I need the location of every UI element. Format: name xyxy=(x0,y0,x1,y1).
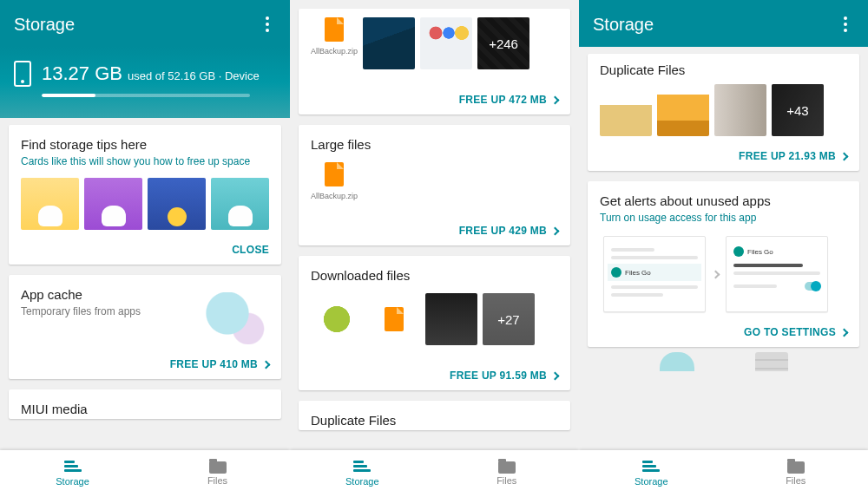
media-thumb[interactable] xyxy=(363,17,415,69)
download-item[interactable]: iPhone X Fluid ... xyxy=(368,293,420,345)
top-free-button[interactable]: FREE UP 472 MB xyxy=(311,85,558,106)
bottom-nav: Storage Files xyxy=(0,450,290,497)
chevron-right-icon xyxy=(712,270,720,278)
toggle-icon xyxy=(805,282,820,291)
tips-card[interactable]: Find storage tips here Cards like this w… xyxy=(9,125,281,265)
file-icon xyxy=(325,17,344,42)
tips-subtitle: Cards like this will show you how to fre… xyxy=(21,155,269,167)
storage-icon xyxy=(642,461,660,474)
storage-usage-panel: 13.27 GB used of 52.16 GB · Device xyxy=(0,47,290,118)
tips-thumb xyxy=(21,178,79,230)
top-files-card[interactable]: AllBackup.zip +246 FREE UP 472 MB xyxy=(299,9,570,114)
appcache-free-button[interactable]: FREE UP 410 MB xyxy=(21,350,269,370)
tips-thumb xyxy=(84,178,142,230)
bottom-nav: Storage Files xyxy=(579,450,868,497)
file-icon xyxy=(325,162,344,186)
bottom-nav: Storage Files xyxy=(290,450,579,497)
duplicate-title: Duplicate Files xyxy=(311,413,558,428)
downloads-free-button[interactable]: FREE UP 91.59 MB xyxy=(311,361,558,382)
chevron-right-icon xyxy=(840,152,849,160)
duplicate-thumb-more[interactable]: +43 xyxy=(772,84,824,136)
chevron-right-icon xyxy=(262,360,271,369)
folder-icon xyxy=(209,461,227,474)
storage-icon xyxy=(353,461,371,474)
downloaded-title: Downloaded files xyxy=(311,268,558,283)
decorative-illustration xyxy=(200,292,269,344)
nav-files[interactable]: Files xyxy=(145,450,290,497)
miui-media-card[interactable]: MIUI media xyxy=(9,389,281,419)
device-icon xyxy=(14,61,31,87)
usage-used: 13.27 GB xyxy=(42,62,122,85)
nav-files[interactable]: Files xyxy=(435,450,580,497)
download-item[interactable] xyxy=(425,293,477,345)
alerts-title: Get alerts about unused apps xyxy=(600,193,847,208)
app-icon xyxy=(733,246,744,257)
app-header: Storage xyxy=(0,0,290,47)
page-title: Storage xyxy=(593,15,654,35)
folder-icon xyxy=(787,461,805,474)
file-icon xyxy=(385,307,404,331)
tips-close-button[interactable]: CLOSE xyxy=(21,235,269,256)
screen-1: Storage 13.27 GB used of 52.16 GB · Devi… xyxy=(0,0,290,497)
app-cache-card[interactable]: App cache Temporary files from apps FREE… xyxy=(9,275,281,379)
tips-title: Find storage tips here xyxy=(21,137,269,152)
download-item[interactable]: Action Launche... xyxy=(311,293,363,345)
miui-title: MIUI media xyxy=(21,402,269,416)
chevron-right-icon xyxy=(551,371,560,380)
usage-total: used of 52.16 GB · Device xyxy=(128,69,260,82)
duplicate-title: Duplicate Files xyxy=(600,62,847,77)
alerts-subtitle: Turn on usage access for this app xyxy=(600,212,847,224)
appcache-subtitle: Temporary files from apps xyxy=(21,305,141,317)
usage-progress xyxy=(42,94,250,97)
folder-icon xyxy=(498,461,516,474)
overflow-menu-icon[interactable] xyxy=(259,16,276,33)
chevron-right-icon xyxy=(551,226,560,235)
app-header: Storage xyxy=(579,0,868,47)
appcache-title: App cache xyxy=(21,287,141,302)
nav-storage[interactable]: Storage xyxy=(0,450,145,497)
nav-storage[interactable]: Storage xyxy=(579,450,724,497)
screen-2: AllBackup.zip +246 FREE UP 472 MB Large … xyxy=(290,0,579,497)
duplicate-files-card[interactable]: Duplicate Files xyxy=(299,401,570,430)
media-thumb-more[interactable]: +246 xyxy=(477,17,529,69)
downloaded-files-card[interactable]: Downloaded files Action Launche... iPhon… xyxy=(299,256,570,390)
settings-illustration: Files Go Files Go xyxy=(603,236,844,312)
duplicate-thumb[interactable] xyxy=(714,84,766,136)
download-item-more[interactable]: +27 xyxy=(483,293,535,345)
tips-thumb xyxy=(211,178,269,230)
duplicate-free-button[interactable]: FREE UP 21.93 MB xyxy=(600,141,847,162)
server-icon xyxy=(755,352,788,371)
chevron-right-icon xyxy=(551,95,560,104)
media-thumb[interactable] xyxy=(420,17,472,69)
overflow-menu-icon[interactable] xyxy=(837,16,854,33)
screen-3: Storage Duplicate Files +43 FREE UP 21.9… xyxy=(579,0,868,497)
duplicate-thumb[interactable] xyxy=(657,84,709,136)
decorative-footer xyxy=(588,352,859,371)
file-item[interactable]: AllBackup.zip xyxy=(311,162,358,200)
chevron-right-icon xyxy=(840,328,849,337)
large-files-title: Large files xyxy=(311,137,558,152)
tips-thumb xyxy=(148,178,206,230)
go-to-settings-button[interactable]: GO TO SETTINGS xyxy=(600,317,847,338)
duplicate-files-card[interactable]: Duplicate Files +43 FREE UP 21.93 MB xyxy=(588,54,859,171)
app-icon xyxy=(611,267,621,278)
duplicate-thumb[interactable] xyxy=(600,84,652,136)
storage-icon xyxy=(64,461,82,474)
file-item[interactable]: AllBackup.zip xyxy=(311,17,358,69)
nav-storage[interactable]: Storage xyxy=(290,450,435,497)
page-title: Storage xyxy=(14,15,75,35)
large-files-card[interactable]: Large files AllBackup.zip FREE UP 429 MB xyxy=(299,125,570,245)
unused-apps-alert-card[interactable]: Get alerts about unused apps Turn on usa… xyxy=(588,181,859,347)
large-free-button[interactable]: FREE UP 429 MB xyxy=(311,216,558,237)
mascot-icon xyxy=(660,352,694,371)
nav-files[interactable]: Files xyxy=(724,450,869,497)
